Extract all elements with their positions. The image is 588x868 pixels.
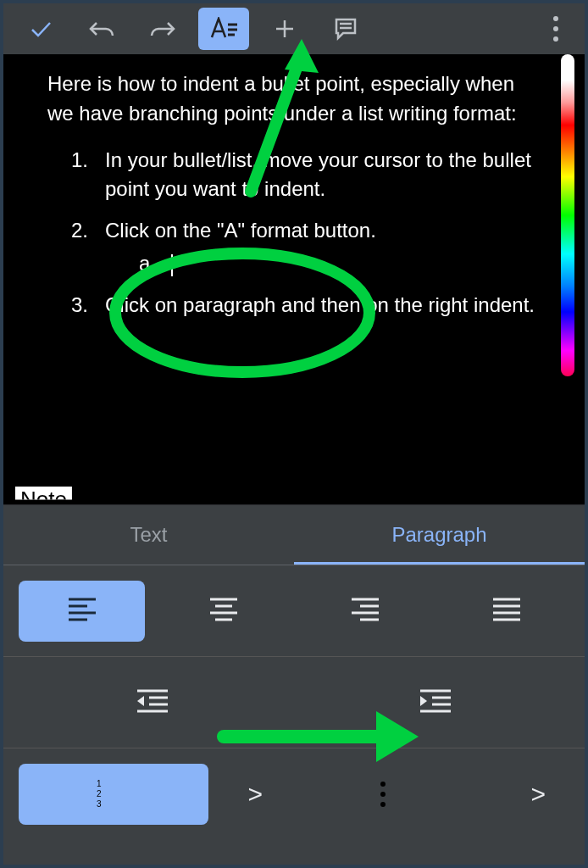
align-center-icon: [207, 596, 241, 626]
list-item-text: In your bullet/list, move your cursor to…: [105, 148, 531, 201]
color-scroll-strip[interactable]: [561, 54, 574, 376]
indent-decrease-icon: [134, 687, 171, 718]
sub-list-item[interactable]: [156, 249, 541, 279]
tab-label: Text: [130, 523, 167, 547]
indent-decrease-button[interactable]: [19, 672, 286, 733]
chevron-right-icon: >: [247, 780, 263, 808]
indent-row: [3, 657, 585, 748]
comment-button[interactable]: [315, 3, 376, 54]
document-body[interactable]: Here is how to indent a bullet point, es…: [27, 54, 561, 504]
chevron-right-icon: >: [530, 780, 546, 808]
svg-point-37: [380, 782, 386, 787]
tab-paragraph[interactable]: Paragraph: [294, 505, 585, 565]
list-type-row: 1 2 3 >: [3, 748, 585, 840]
more-button[interactable]: [534, 3, 578, 54]
bulleted-list-button[interactable]: [302, 764, 491, 825]
text-cursor: [171, 254, 173, 276]
intro-text: Here is how to indent a bullet point, es…: [47, 70, 541, 129]
ordered-list: In your bullet/list, move your cursor to…: [47, 146, 541, 320]
list-item[interactable]: Click on paragraph and then on the right…: [93, 291, 541, 320]
ordered-list-button[interactable]: 1 2 3: [19, 764, 208, 825]
bulleted-list-expand[interactable]: >: [507, 780, 569, 809]
tab-text[interactable]: Text: [3, 505, 294, 565]
align-justify-icon: [490, 596, 524, 626]
format-panel: Text Paragraph: [3, 504, 585, 865]
svg-text:2: 2: [97, 789, 102, 798]
list-item[interactable]: Click on the "A" format button.: [93, 216, 541, 279]
list-item-text: Click on paragraph and then on the right…: [105, 293, 535, 316]
align-right-icon: [348, 596, 382, 626]
more-vert-icon: [553, 16, 558, 42]
ordered-list-icon: 1 2 3: [95, 779, 132, 810]
align-justify-button[interactable]: [443, 581, 569, 642]
bulleted-list-icon: [378, 779, 415, 810]
list-item[interactable]: In your bullet/list, move your cursor to…: [93, 146, 541, 205]
alignment-row: [3, 565, 585, 657]
ordered-list-expand[interactable]: >: [224, 780, 286, 809]
tab-label: Paragraph: [391, 523, 486, 547]
align-left-icon: [65, 596, 99, 626]
align-right-button[interactable]: [302, 581, 428, 642]
undo-button[interactable]: [71, 3, 132, 54]
svg-point-38: [380, 792, 386, 797]
panel-tabs: Text Paragraph: [3, 505, 585, 565]
top-toolbar: [3, 3, 585, 54]
list-item-text: Click on the "A" format button.: [105, 219, 376, 242]
check-button[interactable]: [10, 3, 71, 54]
add-button[interactable]: [254, 3, 315, 54]
align-center-button[interactable]: [160, 581, 286, 642]
indent-increase-icon: [417, 687, 454, 718]
redo-button[interactable]: [132, 3, 193, 54]
indent-increase-button[interactable]: [302, 672, 569, 733]
align-left-button[interactable]: [19, 581, 145, 642]
svg-text:1: 1: [97, 779, 102, 788]
svg-point-39: [380, 802, 386, 807]
text-format-button[interactable]: [198, 8, 249, 50]
svg-text:3: 3: [97, 799, 102, 809]
